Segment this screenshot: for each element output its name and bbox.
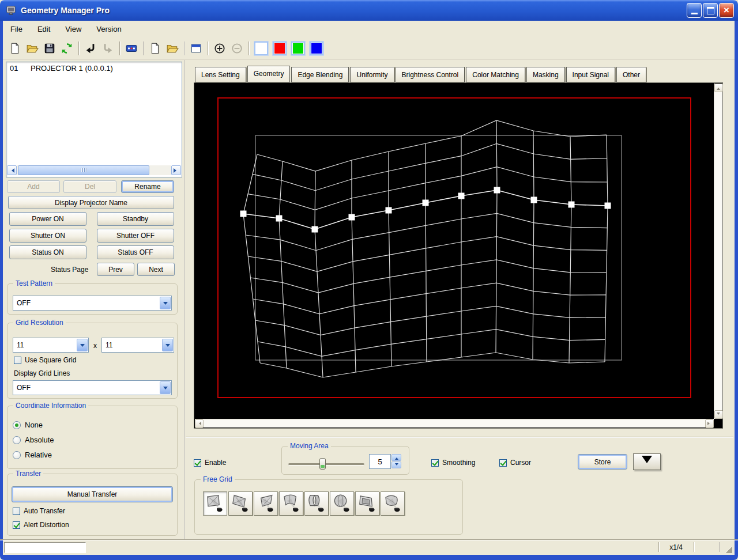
status-page-next-button[interactable]: Next [137, 263, 175, 276]
alert-distortion-checkbox-box[interactable] [13, 521, 20, 529]
grid-vertical-select[interactable]: 11 [101, 338, 174, 353]
geometry-canvas[interactable] [195, 84, 714, 419]
grid-handle[interactable] [349, 214, 355, 221]
tab-geometry[interactable]: Geometry [247, 66, 291, 82]
auto-transfer-checkbox[interactable]: Auto Transfer [13, 507, 65, 515]
slider-thumb[interactable] [319, 458, 326, 470]
grid-horizontal-select[interactable]: 11 [13, 338, 89, 353]
canvas-vertical-scrollbar[interactable] [714, 84, 722, 419]
store-button[interactable]: Store [578, 454, 627, 470]
shutter-off-button[interactable]: Shutter OFF [97, 229, 174, 243]
tab-other[interactable]: Other [616, 67, 646, 82]
title-bar[interactable]: Geometry Manager Pro × [0, 0, 738, 21]
tab-input-signal[interactable]: Input Signal [566, 67, 615, 82]
menu-edit[interactable]: Edit [35, 22, 58, 36]
tab-edge-blending[interactable]: Edge Blending [291, 67, 349, 82]
window-layout-icon[interactable] [188, 40, 204, 56]
grid-handle[interactable] [240, 211, 247, 217]
scroll-left-button[interactable] [195, 419, 204, 428]
free-grid-angled-screen-button[interactable] [228, 491, 253, 516]
standby-button[interactable]: Standby [97, 212, 174, 226]
refresh-icon[interactable] [59, 40, 75, 56]
scroll-left-button[interactable] [7, 165, 17, 175]
grid-handle[interactable] [531, 197, 537, 203]
zoom-in-icon[interactable] [212, 40, 228, 56]
moving-area-stepper[interactable] [391, 454, 401, 469]
free-grid-tilted-screen-button[interactable] [355, 491, 379, 516]
free-grid-concave-horizontal-button[interactable] [279, 491, 303, 516]
grid-handle[interactable] [568, 202, 575, 208]
radio-relative[interactable]: Relative [13, 451, 52, 459]
close-button[interactable]: × [719, 3, 734, 18]
chevron-down-icon[interactable] [77, 339, 88, 351]
canvas-horizontal-scrollbar[interactable] [195, 419, 714, 427]
display-projector-name-button[interactable]: Display Projector Name [8, 196, 174, 209]
chevron-down-icon[interactable] [160, 381, 171, 394]
tab-uniformity[interactable]: Uniformity [350, 67, 394, 82]
free-grid-curved-screen-button[interactable] [381, 491, 405, 516]
free-grid-flat-screen-button[interactable] [203, 491, 227, 516]
grid-handle[interactable] [386, 207, 392, 214]
open-file-icon[interactable] [24, 40, 40, 56]
grid-handle[interactable] [494, 187, 500, 194]
radio-icon[interactable] [13, 436, 21, 444]
test-pattern-select[interactable]: OFF [13, 296, 172, 311]
tab-masking[interactable]: Masking [526, 67, 565, 82]
chevron-down-icon[interactable] [162, 339, 173, 351]
save-file-icon[interactable] [42, 40, 58, 56]
tab-color-matching[interactable]: Color Matching [466, 67, 525, 82]
smoothing-checkbox-box[interactable] [431, 459, 439, 467]
display-grid-lines-select[interactable]: OFF [13, 380, 172, 395]
projector-list-item[interactable]: 01PROJECTOR 1 (0.0.0.1) [6, 62, 182, 74]
scrollbar-track[interactable] [17, 165, 171, 175]
menu-version[interactable]: Version [93, 22, 129, 36]
power-on-button[interactable]: Power ON [9, 212, 86, 226]
scroll-down-button[interactable] [714, 410, 723, 419]
free-grid-dome-button[interactable] [330, 491, 354, 516]
moving-area-value[interactable]: 5 [369, 454, 391, 469]
chevron-down-icon[interactable] [160, 297, 171, 309]
enable-checkbox-box[interactable] [194, 459, 201, 467]
projector-list-scrollbar[interactable] [7, 165, 181, 175]
cursor-checkbox[interactable]: Cursor [499, 459, 531, 467]
grid-handle[interactable] [458, 193, 465, 199]
grid-handle[interactable] [276, 215, 283, 222]
spin-up-button[interactable] [391, 454, 401, 461]
shutter-on-button[interactable]: Shutter ON [9, 229, 86, 243]
free-grid-inclined-screen-button[interactable] [254, 491, 278, 516]
use-square-grid-checkbox[interactable]: Use Square Grid [14, 356, 76, 364]
white-color-button[interactable] [254, 41, 268, 55]
status-on-button[interactable]: Status ON [9, 245, 86, 259]
scrollbar-thumb[interactable] [18, 165, 149, 175]
cursor-checkbox-box[interactable] [499, 459, 507, 467]
free-grid-concave-vertical-button[interactable] [304, 491, 329, 516]
menu-file[interactable]: File [7, 22, 30, 36]
connection-panel-icon[interactable] [123, 40, 140, 56]
radio-icon[interactable] [13, 451, 21, 459]
auto-transfer-checkbox-box[interactable] [13, 508, 20, 515]
tab-brightness-control[interactable]: Brightness Control [396, 67, 465, 82]
minimize-button[interactable] [687, 3, 702, 18]
status-off-button[interactable]: Status OFF [97, 245, 174, 259]
new-file-icon[interactable] [7, 40, 23, 56]
radio-icon[interactable] [13, 421, 21, 429]
moving-area-slider[interactable] [288, 463, 364, 466]
scroll-right-button[interactable] [705, 419, 714, 428]
smoothing-checkbox[interactable]: Smoothing [431, 459, 475, 467]
red-color-button[interactable] [273, 41, 287, 55]
grid-handle[interactable] [312, 226, 318, 233]
spin-down-button[interactable] [391, 461, 401, 468]
grid-handle[interactable] [423, 200, 429, 206]
rename-button[interactable]: Rename [121, 180, 174, 193]
maximize-button[interactable] [703, 3, 718, 18]
scroll-right-button[interactable] [171, 165, 181, 175]
store-dropdown-button[interactable] [633, 453, 661, 470]
new-pattern-icon[interactable] [147, 40, 163, 56]
tab-lens-setting[interactable]: Lens Setting [195, 67, 246, 82]
enable-checkbox[interactable]: Enable [194, 459, 226, 467]
manual-transfer-button[interactable]: Manual Transfer [12, 486, 173, 502]
resize-grip[interactable] [725, 546, 732, 553]
alert-distortion-checkbox[interactable]: Alert Distortion [13, 521, 69, 529]
use-square-grid-checkbox-box[interactable] [14, 357, 21, 364]
projector-list[interactable]: 01PROJECTOR 1 (0.0.0.1) [6, 62, 182, 177]
